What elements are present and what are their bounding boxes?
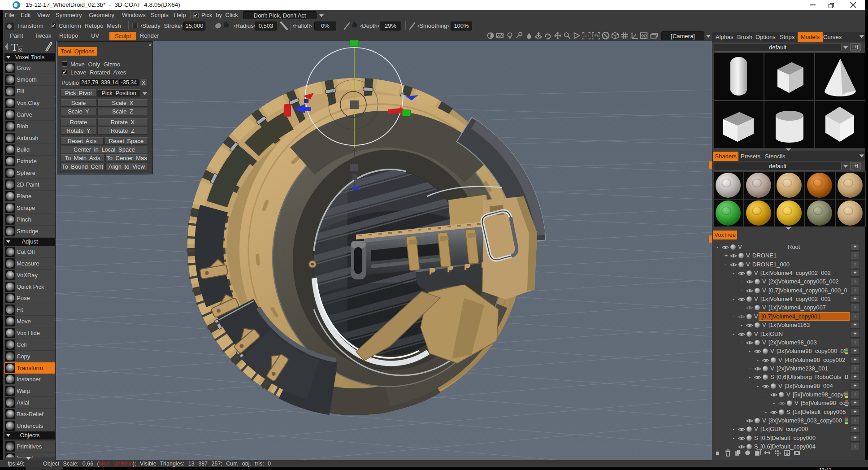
svg-text:PEN: PEN: [592, 34, 600, 38]
svg-text:ALL: ALL: [583, 34, 590, 38]
